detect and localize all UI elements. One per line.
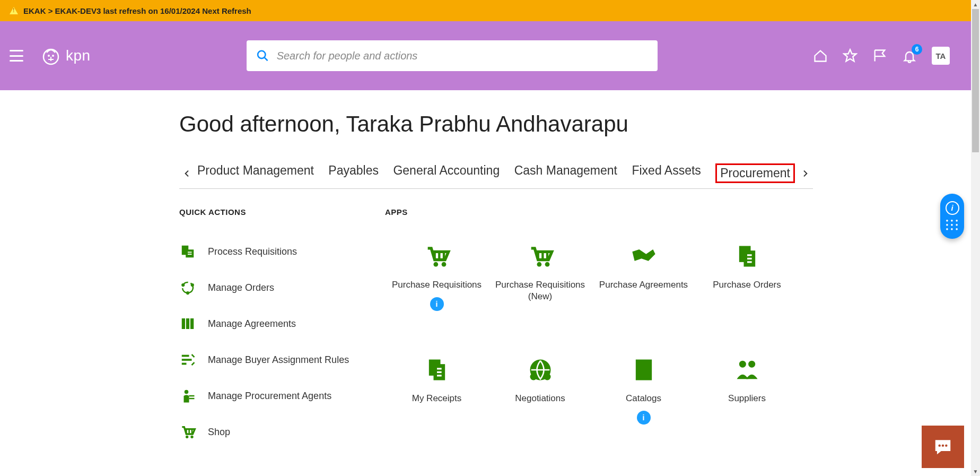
tab-product-management[interactable]: Product Management <box>197 163 314 183</box>
app-purchase-requisitions[interactable]: Purchase Requisitionsi <box>385 243 488 327</box>
chat-button[interactable] <box>922 426 964 468</box>
svg-point-31 <box>441 262 446 267</box>
app-purchase-orders[interactable]: Purchase Orders <box>695 243 799 327</box>
chat-icon <box>933 437 953 457</box>
svg-rect-51 <box>644 359 652 380</box>
svg-rect-50 <box>635 359 643 380</box>
info-icon[interactable]: i <box>430 297 444 311</box>
qa-label: Manage Orders <box>208 282 274 293</box>
svg-point-1 <box>48 55 50 57</box>
tabs-row: Product ManagementPayablesGeneral Accoun… <box>179 163 813 189</box>
header: kpn 6 TA <box>0 21 971 90</box>
scroll-thumb[interactable] <box>972 9 979 152</box>
app-label: Suppliers <box>728 393 766 404</box>
svg-point-56 <box>942 444 944 446</box>
keypad-icon: ● ● ●● ● ●● ● ● <box>946 219 959 231</box>
svg-line-4 <box>264 57 267 60</box>
people-icon <box>732 357 763 383</box>
app-suppliers[interactable]: Suppliers <box>695 357 799 441</box>
help-widget[interactable]: i ● ● ●● ● ●● ● ● <box>940 194 964 239</box>
svg-point-55 <box>938 444 940 446</box>
app-label: Purchase Orders <box>713 279 781 291</box>
qa-label: Manage Procurement Agents <box>208 391 331 402</box>
tab-procurement[interactable]: Procurement <box>715 163 795 183</box>
scroll-down-icon[interactable]: ▼ <box>971 467 980 476</box>
app-my-receipts[interactable]: My Receipts <box>385 357 488 441</box>
app-label: My Receipts <box>412 393 462 404</box>
tab-cash-management[interactable]: Cash Management <box>514 163 617 183</box>
bell-icon[interactable]: 6 <box>902 48 917 63</box>
svg-rect-6 <box>186 249 194 257</box>
apps-grid: Purchase RequisitionsiPurchase Requisiti… <box>385 227 799 440</box>
svg-point-48 <box>530 373 537 380</box>
apps-title: APPS <box>385 207 408 217</box>
notification-bar: EKAK > EKAK-DEV3 last refresh on 16/01/2… <box>0 0 980 21</box>
avatar[interactable]: TA <box>932 47 950 65</box>
app-catalogs[interactable]: Catalogsi <box>592 357 695 441</box>
notification-badge: 6 <box>912 44 922 55</box>
hamburger-menu-icon[interactable] <box>10 50 23 62</box>
tab-payables[interactable]: Payables <box>328 163 379 183</box>
svg-point-25 <box>186 436 188 438</box>
svg-rect-13 <box>182 318 185 329</box>
qa-label: Process Requisitions <box>208 246 297 257</box>
tabs-next-button[interactable] <box>797 166 813 181</box>
quick-actions-list: Process RequisitionsManage OrdersManage … <box>179 227 385 440</box>
doc-list-icon <box>179 243 196 260</box>
qa-manage-procurement-agents[interactable]: Manage Procurement Agents <box>179 387 385 404</box>
home-icon[interactable] <box>813 48 828 63</box>
lines-icon <box>179 351 196 368</box>
cart-icon <box>422 243 452 270</box>
scroll-up-icon[interactable]: ▲ <box>971 0 980 9</box>
qa-label: Manage Agreements <box>208 318 296 330</box>
scrollbar[interactable]: ▲ ▼ <box>971 0 980 476</box>
qa-shop[interactable]: Shop <box>179 423 385 440</box>
info-icon[interactable]: i <box>637 411 651 425</box>
tab-general-accounting[interactable]: General Accounting <box>393 163 500 183</box>
person-icon <box>179 387 196 404</box>
header-icons: 6 TA <box>813 47 950 65</box>
svg-rect-20 <box>189 395 195 397</box>
qa-label: Manage Buyer Assignment Rules <box>208 354 349 366</box>
svg-point-53 <box>739 360 746 367</box>
svg-point-19 <box>185 390 189 394</box>
search-box[interactable] <box>247 40 658 71</box>
tabs-prev-button[interactable] <box>179 166 195 181</box>
cycle-icon <box>179 279 196 296</box>
star-icon[interactable] <box>843 48 858 63</box>
books-icon <box>179 315 196 332</box>
tab-fixed-assets[interactable]: Fixed Assets <box>632 163 701 183</box>
svg-point-10 <box>181 283 185 287</box>
svg-point-49 <box>544 373 550 380</box>
section-titles: QUICK ACTIONS APPS <box>179 207 971 217</box>
app-purchase-agreements[interactable]: Purchase Agreements <box>592 243 695 327</box>
app-purchase-requisitions-new[interactable]: Purchase Requisitions (New) <box>488 243 592 327</box>
handshake-icon <box>628 243 659 270</box>
qa-process-requisitions[interactable]: Process Requisitions <box>179 243 385 260</box>
svg-point-35 <box>537 262 541 267</box>
svg-point-3 <box>258 51 265 58</box>
flag-icon[interactable] <box>872 48 887 63</box>
search-input[interactable] <box>277 50 648 62</box>
notification-text: EKAK > EKAK-DEV3 last refresh on 16/01/2… <box>23 6 251 15</box>
app-label: Purchase Requisitions (New) <box>495 279 585 302</box>
main-content: Good afternoon, Taraka Prabhu Andhavarap… <box>0 90 971 440</box>
app-label: Purchase Requisitions <box>392 279 482 291</box>
svg-point-12 <box>186 291 189 295</box>
docs-icon <box>422 357 452 383</box>
qa-manage-buyer-assignment-rules[interactable]: Manage Buyer Assignment Rules <box>179 351 385 368</box>
globe-people-icon <box>525 357 556 383</box>
app-label: Negotiations <box>515 393 565 404</box>
app-negotiations[interactable]: Negotiations <box>488 357 592 441</box>
qa-manage-agreements[interactable]: Manage Agreements <box>179 315 385 332</box>
docs-icon <box>732 243 763 270</box>
svg-point-54 <box>748 360 755 367</box>
svg-point-11 <box>191 283 194 287</box>
kpn-logo-icon <box>40 45 62 66</box>
svg-rect-21 <box>189 398 195 400</box>
svg-rect-14 <box>186 318 189 329</box>
cart-icon <box>179 423 196 440</box>
logo[interactable]: kpn <box>40 45 91 66</box>
qa-manage-orders[interactable]: Manage Orders <box>179 279 385 296</box>
info-icon: i <box>946 201 959 215</box>
